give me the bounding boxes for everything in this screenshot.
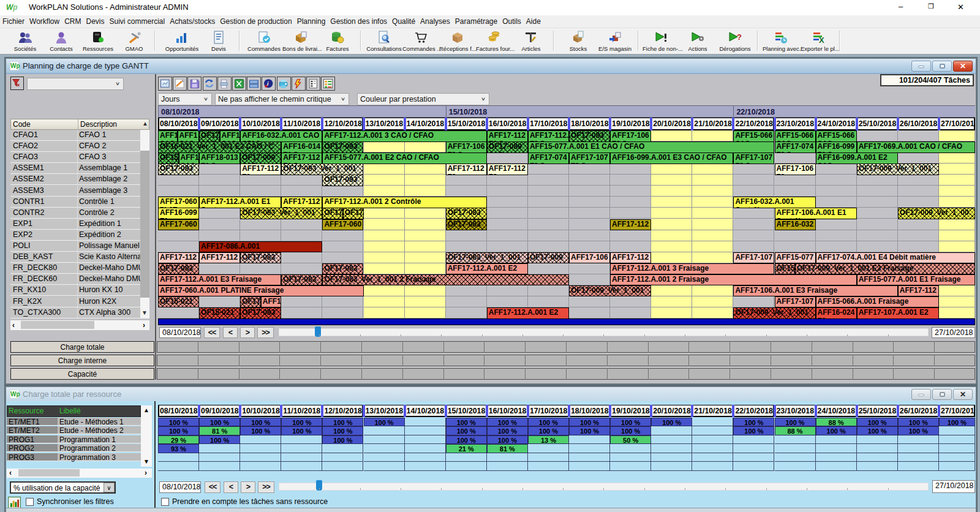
svg-text:x: x	[17, 82, 20, 88]
svg-text:?: ?	[737, 32, 742, 42]
svg-text:X: X	[819, 36, 824, 45]
